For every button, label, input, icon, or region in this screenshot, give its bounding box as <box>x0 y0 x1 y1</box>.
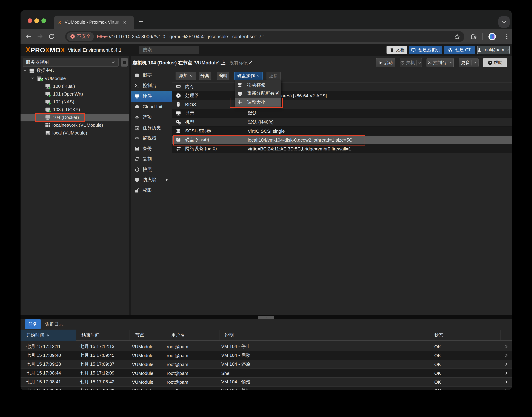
hw-row-value: VirtIO SCSI single <box>248 128 285 134</box>
reload-button[interactable] <box>49 33 54 40</box>
tab-strip: X VUModule - Proxmox Virtual En <box>21 10 512 29</box>
task-row-4[interactable]: 七月 15 17:08:41七月 15 17:08:42VUModuleroot… <box>21 378 512 386</box>
tasks-col-节点[interactable]: 节点 <box>130 330 166 341</box>
status-check-icon <box>40 78 43 82</box>
security-label: 不安全 <box>77 33 91 40</box>
power-icon <box>400 61 405 65</box>
tab-search-button[interactable] <box>498 16 510 28</box>
task-row-2[interactable]: 七月 15 17:09:28七月 15 17:09:37VUModuleroot… <box>21 360 512 369</box>
task-cell: 七月 15 17:08:42 <box>80 379 115 385</box>
hw-row-scsi-[interactable]: SCSI 控制器VirtIO SCSI single <box>172 127 512 136</box>
play-icon <box>379 61 382 65</box>
tasks-col-结束时间[interactable]: 结束时间 <box>76 330 130 341</box>
tasks-col-说明[interactable]: 说明 <box>219 330 429 341</box>
search-input[interactable]: 搜索 <box>139 46 199 54</box>
action-label: 关机 <box>406 60 415 66</box>
tasks-col-用户名[interactable]: 用户名 <box>166 330 219 341</box>
toolbar-还原[interactable]: 还原 <box>267 72 281 80</box>
close-window-button[interactable] <box>27 18 32 23</box>
nav-item--[interactable]: 任务历史 <box>131 123 172 133</box>
minimize-window-button[interactable] <box>34 18 39 23</box>
edit-tags-pencil-icon[interactable] <box>249 60 253 64</box>
tree-item-vumodule[interactable]: VUModule <box>21 74 129 82</box>
task-row-3[interactable]: 七月 15 17:08:44七月 15 17:12:09VUModuleroot… <box>21 369 512 378</box>
nav-item--[interactable]: 快照 <box>131 164 172 175</box>
nav-item--[interactable]: 选项 <box>131 112 172 122</box>
documentation-button[interactable]: 文档 <box>386 46 407 54</box>
zoom-window-button[interactable] <box>41 18 46 23</box>
profile-avatar[interactable] <box>489 33 496 40</box>
tasks-tab-集群日志[interactable]: 集群日志 <box>44 319 64 329</box>
hw-row--net0-[interactable]: 网络设备 (net0)virtio=BC:24:11:AE:3D:5C,brid… <box>172 145 512 153</box>
menu-item-重新分配所有者[interactable]: 重新分配所有者 <box>235 89 281 98</box>
task-cell: VUModule <box>132 388 153 390</box>
tasks-col-开始时间[interactable]: 开始时间 <box>21 330 76 341</box>
extensions-icon[interactable] <box>470 33 476 40</box>
menu-item-移动存储[interactable]: 移动存储 <box>235 81 281 89</box>
toolbar-添加[interactable]: 添加 <box>176 72 196 80</box>
nav-item-cloud-init[interactable]: Cloud-Init <box>131 101 172 112</box>
toolbar-label: 编辑 <box>219 73 228 79</box>
tree-item--[interactable]: 数据中心 <box>21 67 129 74</box>
tree-item-local-vumodule-[interactable]: local (VUModule) <box>21 129 129 137</box>
action-关机[interactable]: 关机 <box>400 58 422 67</box>
hw-row--[interactable]: 处理器1 (1 sockets, 1 cores) [x86-64-v2-AES… <box>172 91 512 100</box>
tree-item-101-openwrt-[interactable]: 101 (OpenWrt) <box>21 90 129 98</box>
nav-item-label: Cloud-Init <box>143 104 162 109</box>
task-cell: 七月 15 17:12:11 <box>26 343 61 350</box>
menu-kebab-icon[interactable] <box>504 33 510 40</box>
task-row-1[interactable]: 七月 15 17:09:40七月 15 17:09:45VUModuleroot… <box>21 351 512 360</box>
task-cell: OK <box>434 353 441 358</box>
task-row-0[interactable]: 七月 15 17:12:11七月 15 17:12:13VUModuleroot… <box>21 342 512 351</box>
forward-button[interactable] <box>37 33 43 40</box>
action-控制台[interactable]: 控制台 <box>427 58 454 67</box>
create-ct-button[interactable]: 创建 CT <box>444 46 475 54</box>
toolbar-磁盘操作[interactable]: 磁盘操作 <box>234 72 263 80</box>
nav-item--[interactable]: 硬件 <box>131 91 172 101</box>
hw-row-bios[interactable]: BIOS默认 (SeaBIOS) <box>172 100 512 109</box>
tree-item-localnetwork-vumodule-[interactable]: localnetwork (VUModule) <box>21 121 129 129</box>
view-selector[interactable]: 服务器视图 <box>23 58 119 67</box>
user-menu-button[interactable]: root@pam <box>477 46 510 54</box>
action-启动[interactable]: 启动 <box>376 58 395 67</box>
tasks-tab-任务[interactable]: 任务 <box>25 319 41 329</box>
nav-item--[interactable]: 概要 <box>131 70 172 81</box>
address-bar[interactable]: 不安全 https://10.10.10.254:8006/#v1:0:=qem… <box>65 31 464 42</box>
action-帮助[interactable]: ?帮助 <box>483 58 507 67</box>
snapshot-icon <box>135 167 139 172</box>
nav-item--[interactable]: 权限 <box>131 185 172 196</box>
tree-item-103-lucky-[interactable]: 103 (LUCKY) <box>21 106 129 114</box>
nav-item-label: 硬件 <box>143 93 152 99</box>
nav-item--[interactable]: 监视器 <box>131 133 172 143</box>
nav-item--[interactable]: 防火墙 <box>131 175 172 185</box>
tree-item-102-nas-[interactable]: 102 (NAS) <box>21 98 129 106</box>
nav-item--[interactable]: 控制台 <box>131 81 172 91</box>
splitter-grip[interactable] <box>258 316 274 319</box>
tree-item-100-ikuai-[interactable]: 100 (iKuai) <box>21 82 129 90</box>
tasks-col-状态[interactable]: 状态 <box>429 330 500 341</box>
nav-item--[interactable]: 备份 <box>131 143 172 154</box>
tree-settings-button[interactable] <box>121 58 128 67</box>
security-chip[interactable]: 不安全 <box>67 32 94 41</box>
browser-tab[interactable]: X VUModule - Proxmox Virtual En <box>54 16 134 29</box>
toolbar-分离[interactable]: 分离 <box>199 72 211 80</box>
action-更多[interactable]: 更多 <box>459 58 479 67</box>
tab-close-icon[interactable] <box>123 20 126 24</box>
hw-row--[interactable]: 内存 <box>172 83 512 91</box>
task-row-5[interactable]: 七月 15 17:08:38七月 15 17:08:39VUModuleroot… <box>21 386 512 390</box>
back-button[interactable] <box>25 33 32 40</box>
new-tab-button[interactable] <box>138 19 144 24</box>
toolbar-label: 添加 <box>179 73 188 79</box>
nav-item--[interactable]: 复制 <box>131 154 172 164</box>
toolbar-编辑[interactable]: 编辑 <box>217 72 229 80</box>
hw-row-value: virtio=BC:24:11:AE:3D:5C,bridge=vmbr0,fi… <box>248 146 351 151</box>
bookmark-star-icon[interactable] <box>454 33 460 40</box>
create-vm-button[interactable]: 创建虚拟机 <box>409 46 442 54</box>
hw-row--[interactable]: 机型默认 (i440fx) <box>172 118 512 127</box>
tree-item-label: local (VUModule) <box>52 130 87 136</box>
bottom-panel-splitter[interactable] <box>21 315 512 319</box>
toolbar-label: 还原 <box>269 73 278 79</box>
memory-icon <box>176 84 181 89</box>
hw-row--[interactable]: 显示默认 <box>172 109 512 118</box>
sidebar-splitter[interactable] <box>129 56 131 315</box>
